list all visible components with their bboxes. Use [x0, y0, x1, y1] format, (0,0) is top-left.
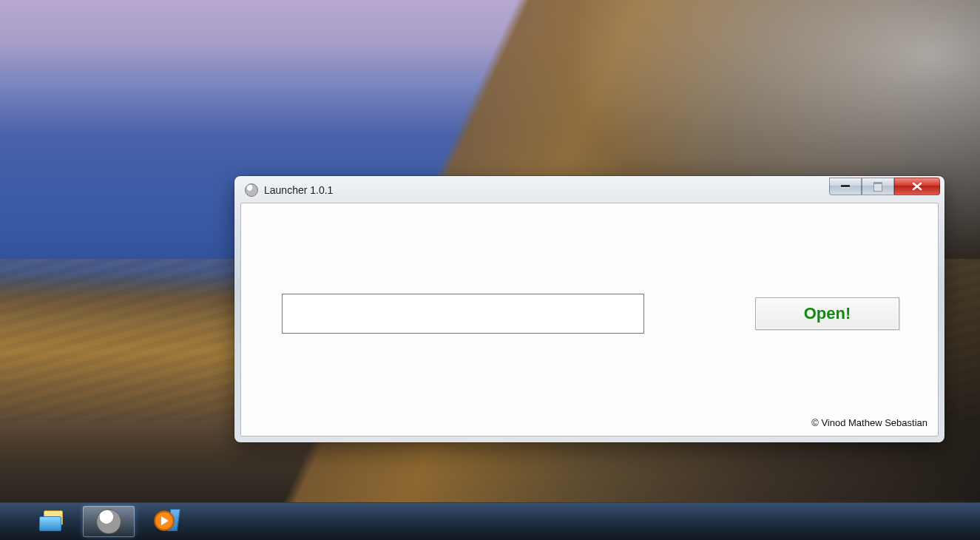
- taskbar-item-file-explorer[interactable]: [27, 506, 78, 537]
- open-button[interactable]: Open!: [755, 297, 899, 330]
- taskbar-item-launcher[interactable]: [83, 506, 135, 537]
- titlebar[interactable]: Launcher 1.0.1: [240, 182, 939, 203]
- taskbar-item-media-player[interactable]: [139, 506, 191, 537]
- taskbar[interactable]: [0, 502, 980, 540]
- app-icon: [245, 183, 258, 197]
- window-title: Launcher 1.0.1: [264, 184, 333, 196]
- maximize-button[interactable]: [862, 178, 894, 195]
- minimize-button[interactable]: [829, 178, 862, 195]
- window-client-area: Open! © Vinod Mathew Sebastian: [240, 203, 939, 436]
- close-button[interactable]: [894, 178, 940, 195]
- close-icon: [911, 182, 923, 191]
- input-row: Open!: [282, 294, 908, 334]
- launcher-window: Launcher 1.0.1 Open! © Vinod Mathew Seba…: [234, 176, 944, 442]
- media-player-icon: [152, 509, 178, 534]
- window-controls: [829, 178, 940, 195]
- launcher-app-icon: [96, 509, 121, 534]
- path-input[interactable]: [282, 294, 644, 334]
- file-explorer-icon: [39, 510, 66, 533]
- copyright-label: © Vinod Mathew Sebastian: [811, 417, 927, 428]
